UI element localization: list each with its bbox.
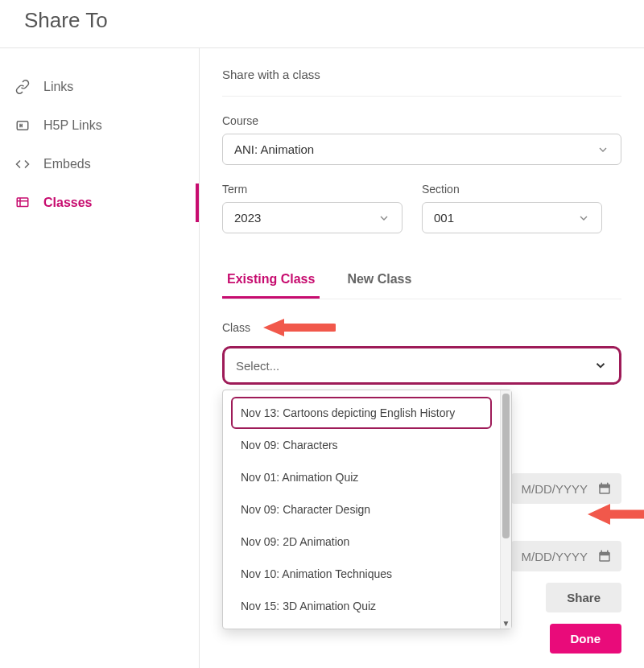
calendar-icon: [597, 549, 612, 563]
share-button[interactable]: Share: [546, 583, 621, 612]
tab-new-class[interactable]: New Class: [342, 264, 416, 299]
main-panel: Share with a class Course ANI: Animation…: [200, 48, 644, 668]
code-icon: [14, 156, 31, 172]
svg-rect-10: [601, 488, 609, 493]
class-dropdown: Nov 13: Cartoons depicting English Histo…: [222, 390, 512, 629]
class-option[interactable]: Nov 15: 3D Animation: [231, 622, 492, 629]
svg-marker-16: [588, 504, 610, 525]
available-from-date[interactable]: M/DD/YYYY: [511, 473, 621, 504]
svg-rect-13: [607, 550, 609, 554]
svg-marker-5: [263, 319, 284, 336]
svg-rect-1: [17, 198, 28, 207]
svg-rect-9: [607, 483, 609, 486]
button-label: Share: [567, 591, 601, 604]
section-label: Section: [422, 183, 602, 196]
scrollbar[interactable]: ▼: [500, 390, 511, 629]
course-select[interactable]: ANI: Animation: [222, 134, 621, 165]
available-until-date[interactable]: M/DD/YYYY: [511, 541, 621, 571]
class-placeholder: Select...: [236, 359, 279, 373]
tab-existing-class[interactable]: Existing Class: [222, 264, 320, 299]
date-placeholder: M/DD/YYYY: [521, 550, 588, 563]
svg-rect-7: [599, 485, 610, 488]
term-value: 2023: [234, 211, 261, 225]
class-option[interactable]: Nov 09: 2D Animation: [231, 526, 492, 558]
tabs: Existing Class New Class: [222, 264, 621, 299]
link-icon: [14, 79, 31, 95]
svg-rect-14: [601, 555, 609, 560]
h5p-icon: [14, 118, 31, 134]
term-label: Term: [222, 183, 402, 196]
class-label: Class: [222, 321, 250, 334]
scrollbar-thumb[interactable]: [502, 394, 510, 538]
sidebar-item-h5p-links[interactable]: H5P Links: [0, 106, 199, 145]
term-select[interactable]: 2023: [222, 202, 402, 233]
section-value: 001: [434, 211, 454, 225]
course-value: ANI: Animation: [234, 142, 314, 156]
sidebar-item-label: Links: [43, 80, 73, 94]
tab-label: New Class: [347, 272, 411, 286]
chevron-down-icon: [593, 358, 608, 373]
section-select[interactable]: 001: [422, 202, 602, 233]
sidebar-item-label: Embeds: [43, 157, 91, 171]
svg-rect-12: [601, 550, 603, 554]
class-option[interactable]: Nov 09: Characters: [231, 429, 492, 461]
class-option[interactable]: Nov 10: Animation Techniques: [231, 558, 492, 590]
calendar-icon: [597, 481, 612, 496]
class-option[interactable]: Nov 09: Character Design: [231, 493, 492, 526]
class-select-highlight: Select...: [222, 346, 621, 385]
done-button[interactable]: Done: [550, 624, 622, 654]
course-label: Course: [222, 114, 621, 127]
modal-header: Share To: [0, 0, 644, 48]
sidebar-item-embeds[interactable]: Embeds: [0, 145, 199, 183]
sidebar-item-label: H5P Links: [43, 118, 102, 133]
svg-rect-8: [601, 483, 603, 486]
divider: [222, 96, 621, 97]
chevron-down-icon: [597, 143, 609, 156]
tab-label: Existing Class: [227, 272, 315, 286]
chevron-down-icon: [378, 212, 390, 225]
button-label: Done: [571, 632, 601, 645]
class-dropdown-list: Nov 13: Cartoons depicting English Histo…: [223, 390, 500, 629]
scroll-down-icon[interactable]: ▼: [501, 618, 511, 628]
date-placeholder: M/DD/YYYY: [521, 482, 588, 496]
class-select[interactable]: Select...: [225, 348, 619, 382]
annotation-arrow-icon: [263, 317, 336, 338]
class-option[interactable]: Nov 01: Animation Quiz: [231, 461, 492, 493]
annotation-arrow-icon: [588, 502, 644, 526]
section-title: Share with a class: [222, 68, 621, 81]
class-option[interactable]: Nov 15: 3D Animation Quiz: [231, 590, 492, 622]
page-title: Share To: [24, 8, 620, 33]
sidebar-item-classes[interactable]: Classes: [0, 183, 199, 222]
sidebar: Links H5P Links Embeds Classes: [0, 48, 200, 668]
classes-icon: [14, 195, 31, 211]
class-option[interactable]: Nov 13: Cartoons depicting English Histo…: [231, 397, 492, 429]
sidebar-item-label: Classes: [43, 196, 93, 210]
chevron-down-icon: [577, 212, 590, 225]
sidebar-item-links[interactable]: Links: [0, 68, 199, 106]
